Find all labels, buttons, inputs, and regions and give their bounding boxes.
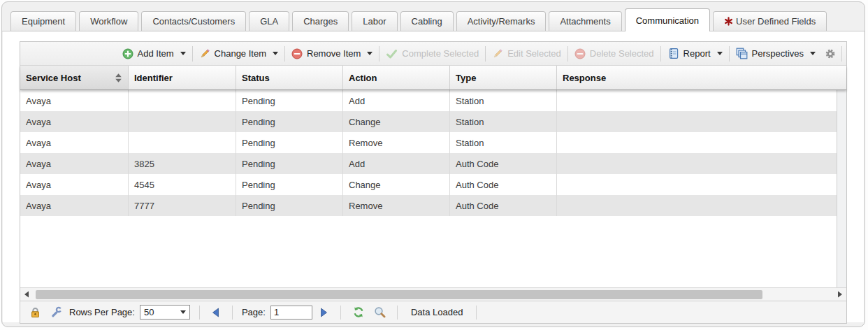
toolbar-separator xyxy=(485,46,486,62)
delete-selected-button[interactable]: Delete Selected xyxy=(570,45,659,62)
cell-action: Remove xyxy=(343,132,450,153)
tab-charges[interactable]: Charges xyxy=(292,11,349,31)
cell-action: Change xyxy=(343,174,450,195)
next-page-icon xyxy=(320,308,328,317)
tab-equipment[interactable]: Equipment xyxy=(10,11,76,31)
cell-status: Pending xyxy=(236,174,343,195)
scroll-left-button[interactable] xyxy=(20,291,33,298)
checkmark-icon xyxy=(386,48,398,59)
tab-bar: Equipment Workflow Contacts/Customers GL… xyxy=(2,2,865,31)
cell-type: Auth Code xyxy=(450,195,557,216)
chevron-down-icon xyxy=(273,52,278,55)
toolbar-separator xyxy=(729,46,730,62)
cell-identifier xyxy=(129,111,236,132)
rows-per-page-select[interactable]: 50 xyxy=(140,305,190,320)
toolbar-separator xyxy=(660,46,661,62)
complete-selected-button[interactable]: Complete Selected xyxy=(381,45,484,62)
toolbar-separator xyxy=(567,46,568,62)
remove-circle-icon xyxy=(574,48,586,59)
cell-service-host: Avaya xyxy=(20,90,129,111)
cell-status: Pending xyxy=(236,153,343,174)
report-button[interactable]: Report xyxy=(663,45,728,62)
tab-gla[interactable]: GLA xyxy=(249,11,289,31)
tab-content-area: Add Item Change Item xyxy=(3,31,864,322)
cell-service-host: Avaya xyxy=(20,111,129,132)
toolbar-separator xyxy=(379,46,379,62)
chevron-down-icon xyxy=(367,52,372,55)
table-row[interactable]: Avaya Pending Add Station xyxy=(20,90,837,111)
toolbar-separator xyxy=(192,46,193,62)
table-row[interactable]: Avaya Pending Change Station xyxy=(20,111,837,132)
chevron-down-icon xyxy=(810,52,816,55)
lock-icon xyxy=(29,306,41,318)
footer-separator xyxy=(232,306,233,320)
scroll-right-button[interactable] xyxy=(834,291,846,298)
refresh-button[interactable] xyxy=(350,306,367,318)
search-icon xyxy=(374,306,386,318)
chevron-down-icon xyxy=(180,310,186,314)
horizontal-scrollbar-track[interactable] xyxy=(33,289,834,300)
cell-status: Pending xyxy=(236,90,343,111)
chevron-down-icon xyxy=(180,52,186,55)
edit-selected-button[interactable]: Edit Selected xyxy=(487,45,566,62)
cell-type: Auth Code xyxy=(450,153,557,174)
previous-page-button[interactable] xyxy=(209,308,223,317)
change-item-button[interactable]: Change Item xyxy=(194,45,283,62)
cell-type: Station xyxy=(450,90,557,111)
cell-service-host: Avaya xyxy=(20,132,129,153)
column-header-service-host[interactable]: Service Host xyxy=(20,66,129,89)
sort-icon[interactable] xyxy=(115,73,122,83)
table-row[interactable]: Avaya 7777 Pending Remove Auth Code xyxy=(20,195,837,216)
grid-settings-button[interactable] xyxy=(820,45,840,62)
tools-button[interactable] xyxy=(48,306,64,318)
next-page-button[interactable] xyxy=(317,308,331,317)
footer-separator xyxy=(199,306,200,320)
communication-grid-panel: Add Item Change Item xyxy=(20,41,847,324)
vertical-scrollbar-track[interactable] xyxy=(837,90,846,287)
status-text: Data Loaded xyxy=(407,307,467,317)
grid-toolbar: Add Item Change Item xyxy=(20,42,846,66)
required-asterisk-icon xyxy=(724,17,733,26)
page-input[interactable] xyxy=(270,306,312,320)
window-frame: Equipment Workflow Contacts/Customers GL… xyxy=(1,1,865,327)
cell-status: Pending xyxy=(236,132,343,153)
tab-cabling[interactable]: Cabling xyxy=(400,11,454,31)
page-label: Page: xyxy=(242,307,266,317)
footer-separator xyxy=(397,306,398,320)
cell-response xyxy=(557,132,837,153)
remove-item-button[interactable]: Remove Item xyxy=(287,45,377,62)
wrench-icon xyxy=(50,306,62,318)
cell-type: Station xyxy=(450,132,557,153)
cell-status: Pending xyxy=(236,111,343,132)
table-row[interactable]: Avaya 4545 Pending Change Auth Code xyxy=(20,174,837,195)
table-row[interactable]: Avaya 3825 Pending Add Auth Code xyxy=(20,153,837,174)
cell-response xyxy=(557,111,837,132)
column-header-action[interactable]: Action xyxy=(343,66,450,89)
column-header-type[interactable]: Type xyxy=(450,66,557,89)
tab-workflow[interactable]: Workflow xyxy=(79,11,138,31)
cell-response xyxy=(557,195,837,216)
column-header-status[interactable]: Status xyxy=(236,66,343,89)
perspectives-button[interactable]: Perspectives xyxy=(731,45,820,62)
tab-user-defined-fields[interactable]: User Defined Fields xyxy=(713,11,827,31)
add-item-button[interactable]: Add Item xyxy=(117,45,191,62)
search-button[interactable] xyxy=(372,306,388,318)
tab-communication[interactable]: Communication xyxy=(625,8,710,31)
footer-separator xyxy=(476,306,477,320)
horizontal-scrollbar xyxy=(20,287,846,301)
lock-button[interactable] xyxy=(27,306,43,318)
column-header-identifier[interactable]: Identifier xyxy=(129,66,236,89)
cell-action: Change xyxy=(343,111,450,132)
table-row[interactable]: Avaya Pending Remove Station xyxy=(20,132,837,153)
cell-service-host: Avaya xyxy=(20,174,129,195)
tab-activity-remarks[interactable]: Activity/Remarks xyxy=(456,11,547,31)
tab-labor[interactable]: Labor xyxy=(352,11,397,31)
remove-circle-icon xyxy=(291,48,303,59)
tab-contacts-customers[interactable]: Contacts/Customers xyxy=(141,11,246,31)
column-header-response[interactable]: Response xyxy=(557,66,846,89)
cell-identifier: 4545 xyxy=(129,174,236,195)
tab-attachments[interactable]: Attachments xyxy=(549,11,621,31)
horizontal-scrollbar-thumb[interactable] xyxy=(36,290,762,299)
scroll-right-icon xyxy=(837,291,843,298)
pencil-icon xyxy=(199,48,210,59)
